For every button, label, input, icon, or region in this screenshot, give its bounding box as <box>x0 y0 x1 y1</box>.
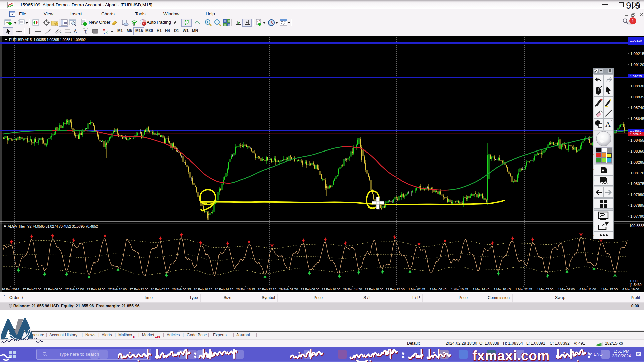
svg-text:1 Mar 22:45: 1 Mar 22:45 <box>515 287 532 291</box>
svg-text:4 Mar 11:00: 4 Mar 11:00 <box>579 287 596 291</box>
svg-text:1.08360: 1.08360 <box>630 149 644 153</box>
svg-text:1.09310: 1.09310 <box>630 39 642 42</box>
svg-text:29 Feb 22:30: 29 Feb 22:30 <box>386 287 405 291</box>
svg-text:1.08075: 1.08075 <box>630 182 644 186</box>
svg-text:1.07980: 1.07980 <box>630 193 644 197</box>
svg-text:1.08170: 1.08170 <box>630 171 644 175</box>
svg-text:1 Mar 06:45: 1 Mar 06:45 <box>430 287 447 291</box>
svg-text:28 Feb 10:15: 28 Feb 10:15 <box>194 287 212 291</box>
svg-text:1.08455: 1.08455 <box>630 138 644 142</box>
svg-text:A: A <box>605 120 611 128</box>
svg-text:1.09025: 1.09025 <box>630 74 642 78</box>
svg-text:27 Feb 22:00: 27 Feb 22:00 <box>129 287 148 291</box>
svg-text:4 Mar 15:00: 4 Mar 15:00 <box>601 287 618 291</box>
svg-text:4 Mar 03:00: 4 Mar 03:00 <box>537 287 554 291</box>
svg-text:28 Feb 06:15: 28 Feb 06:15 <box>172 287 191 291</box>
svg-text:28 Feb 02:15: 28 Feb 02:15 <box>151 287 169 291</box>
svg-text:1.08545: 1.08545 <box>630 132 641 136</box>
svg-text:29 Feb 06:30: 29 Feb 06:30 <box>301 287 319 291</box>
svg-text:1 Mar 14:45: 1 Mar 14:45 <box>473 287 490 291</box>
svg-text:27 Feb 10:00: 27 Feb 10:00 <box>65 287 84 291</box>
svg-text:29 Feb 14:30: 29 Feb 14:30 <box>343 287 362 291</box>
svg-text:1.07885: 1.07885 <box>630 203 644 207</box>
svg-text:109.5558: 109.5558 <box>629 224 644 228</box>
svg-text:27 Feb 14:00: 27 Feb 14:00 <box>87 287 105 291</box>
svg-text:1.07790: 1.07790 <box>630 214 644 218</box>
svg-text:29 Feb 18:30: 29 Feb 18:30 <box>365 287 383 291</box>
svg-text:1 Mar 02:45: 1 Mar 02:45 <box>408 287 425 291</box>
svg-text:1.08835: 1.08835 <box>630 95 644 99</box>
svg-text:27 Feb 06:00: 27 Feb 06:00 <box>44 287 62 291</box>
svg-text:1.09120: 1.09120 <box>630 63 644 67</box>
svg-text:1.09215: 1.09215 <box>630 52 644 56</box>
svg-text:1 Mar 10:45: 1 Mar 10:45 <box>451 287 468 291</box>
svg-text:27 Feb 18:00: 27 Feb 18:00 <box>108 287 127 291</box>
svg-text:28 Feb 14:15: 28 Feb 14:15 <box>215 287 233 291</box>
svg-text:1.08645: 1.08645 <box>630 117 644 121</box>
svg-text:1.08265: 1.08265 <box>630 160 644 164</box>
svg-text:ALGA_filter_Y2 74.0565 51.0274: ALGA_filter_Y2 74.0565 51.0274 70.4852 3… <box>8 224 98 228</box>
svg-text:E: E <box>60 32 61 34</box>
svg-text:4 Mar 07:00: 4 Mar 07:00 <box>558 287 575 291</box>
svg-text:4 Mar 19:00: 4 Mar 19:00 <box>622 287 639 291</box>
svg-text:28 Feb 18:15: 28 Feb 18:15 <box>236 287 255 291</box>
svg-text:1.08930: 1.08930 <box>630 84 644 88</box>
svg-text:29 Feb 02:30: 29 Feb 02:30 <box>279 287 298 291</box>
svg-text:-11.5469: -11.5469 <box>628 283 642 287</box>
svg-text:T: T <box>84 29 87 34</box>
svg-text:F: F <box>70 32 71 34</box>
svg-text:26 Feb 2024: 26 Feb 2024 <box>2 287 20 291</box>
svg-text:27 Feb 02:00: 27 Feb 02:00 <box>22 287 41 291</box>
svg-text:29 Feb 10:30: 29 Feb 10:30 <box>322 287 340 291</box>
svg-text:28 Feb 22:15: 28 Feb 22:15 <box>258 287 276 291</box>
svg-text:1 Mar 18:45: 1 Mar 18:45 <box>494 287 511 291</box>
svg-text:1.08560: 1.08560 <box>630 129 641 132</box>
svg-text:1.08740: 1.08740 <box>630 106 644 110</box>
svg-text:EURUSD,M15 1.09355 1.09395 1.: EURUSD,M15 1.09355 1.09395 1.09351 1.093… <box>9 38 86 42</box>
